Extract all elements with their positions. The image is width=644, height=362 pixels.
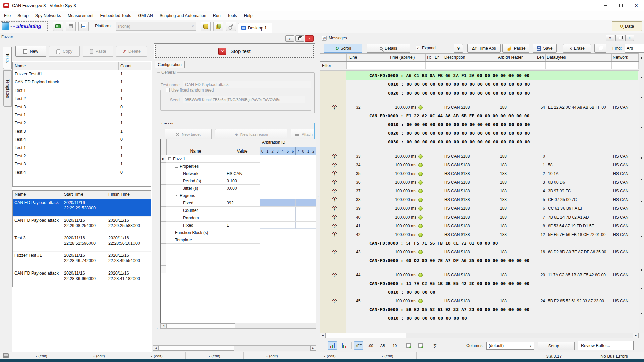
arb-bit-cell[interactable]	[270, 214, 275, 221]
bookmark-dot[interactable]	[641, 157, 642, 159]
stop-test-button[interactable]: × Stop test	[154, 43, 315, 59]
arb-bit-cell[interactable]	[306, 199, 311, 206]
database-compare-button[interactable]	[213, 22, 223, 31]
database-button[interactable]	[201, 22, 211, 31]
arb-bit-cell[interactable]	[275, 214, 280, 221]
menu-item-embedded-tools[interactable]: Embedded Tools	[97, 11, 135, 20]
arb-bit-cell[interactable]	[260, 222, 265, 229]
details-button[interactable]: Details	[367, 44, 410, 53]
scroll-right-icon[interactable]: ►	[633, 333, 639, 338]
splitter-collapse-icon[interactable]: ›	[317, 194, 318, 199]
hex-dump-row[interactable]: 0010 : 00 00 00 00 00 00 00 00 00 00 00 …	[320, 120, 639, 129]
column-divider[interactable]	[545, 54, 546, 61]
test-list-row[interactable]: Test 11	[13, 144, 151, 152]
messages-restore-button[interactable]	[615, 35, 624, 41]
message-row[interactable]: ?40100.000 msHS CAN $18818877B 6E 14 7D …	[320, 213, 639, 222]
message-row[interactable]: ?36100.000 msHS CAN $18818830B 00 D6HS C…	[320, 178, 639, 187]
message-row[interactable]: ?39100.000 msHS CAN $1881886CC 61 36 B9 …	[320, 204, 639, 213]
bookmark-dot[interactable]	[641, 57, 642, 59]
column-line[interactable]: Line	[349, 55, 357, 60]
arb-bit-cell[interactable]	[270, 199, 275, 206]
arb-bit-cell[interactable]	[260, 214, 265, 221]
column-len[interactable]: Len	[537, 55, 544, 60]
arb-bit-cell[interactable]	[265, 207, 270, 214]
message-row[interactable]: ?32100.000 msHS CAN $18818864E1 22 A2 0C…	[320, 103, 639, 112]
columns-select[interactable]: (default)∨	[486, 342, 534, 350]
new-target-button[interactable]: New target	[165, 129, 212, 140]
fuzz-grid-row[interactable]: Period (s)0.100	[161, 177, 316, 185]
message-row[interactable]: ?44100.000 msHS CAN $1881882011 7A C2 A5…	[320, 270, 639, 279]
grid-column-value[interactable]: Value	[225, 147, 260, 155]
test-list-row[interactable]: Test 11	[13, 111, 151, 119]
hex-dump-row[interactable]: 0020 : 00 00 00 00 00 00 00 00 00 00 00 …	[320, 89, 639, 98]
run-mode-icon[interactable]	[2, 22, 9, 30]
message-row[interactable]: ?37100.000 msHS CAN $18818843B 97 99 FCH…	[320, 187, 639, 195]
column-divider[interactable]	[63, 191, 63, 199]
fuzzer-restore-button[interactable]	[295, 35, 304, 42]
hex-display-button[interactable]: xFF	[354, 341, 363, 350]
test-name-field[interactable]: CAN FD Payload attack	[183, 81, 311, 88]
interpret-a-button[interactable]	[404, 341, 413, 350]
menu-item-measurement[interactable]: Measurement	[64, 11, 97, 20]
interpret-b-button[interactable]	[416, 341, 425, 350]
message-row[interactable]: ?43100.000 msHS CAN $1881881668 D2 8D A0…	[320, 248, 639, 256]
test-list-row[interactable]: Test 30	[13, 103, 151, 111]
arb-bit-cell[interactable]	[311, 222, 316, 229]
arb-bit-cell[interactable]	[260, 207, 265, 214]
attach-function-blocks-button[interactable]: Attach Function Block(s)	[291, 129, 315, 140]
bookmark-dot[interactable]	[641, 269, 642, 271]
fuzz-grid-row[interactable]: Jitter (s)0.000	[161, 185, 316, 192]
menu-item-gmlan[interactable]: GMLAN	[135, 11, 156, 20]
hex-dump-row[interactable]: CAN-FD:0000 : E1 22 A2 0C 44 A8 AB 6B FF…	[320, 112, 639, 120]
arb-bit-cell[interactable]	[270, 207, 275, 214]
copy-window-button[interactable]	[594, 44, 606, 53]
arb-bit-cell[interactable]	[290, 222, 296, 229]
grid-column-name[interactable]: Name	[166, 147, 225, 155]
test-list-row[interactable]: Test 40	[13, 136, 151, 144]
test-run-row[interactable]: CAN FD Payload attack2020/11/1622:29:29:…	[13, 199, 151, 217]
save-button[interactable]: Save	[533, 44, 557, 53]
message-row[interactable]: ?41100.000 msHS CAN $18818888F 53 64 A7 …	[320, 222, 639, 230]
test-run-row[interactable]: CAN FD Payload attack2020/11/1622:28:36:…	[13, 269, 151, 287]
test-list-row[interactable]: Test 21	[13, 119, 151, 127]
messages-right-scrollbar[interactable]	[639, 53, 644, 333]
setup-button[interactable]: Setup ...	[538, 342, 575, 350]
use-fixed-seed-checkbox[interactable]: Use fixed random seed	[165, 88, 215, 93]
arb-bit-cell[interactable]	[280, 222, 285, 229]
menu-item-scripting-and-automation[interactable]: Scripting and Automation	[156, 11, 210, 20]
tab-configuration[interactable]: Configuration	[155, 61, 185, 68]
arb-bit-cell[interactable]	[275, 207, 280, 214]
column-divider[interactable]	[118, 62, 119, 70]
column-divider[interactable]	[425, 54, 426, 61]
bookmark-dot[interactable]	[641, 288, 642, 289]
tab-tests[interactable]: Tests	[3, 47, 12, 69]
message-row[interactable]: ?35100.000 msHS CAN $188188210 1AHS CAN	[320, 169, 639, 178]
message-row[interactable]: ?45100.000 msHS CAN $188188245B E2 85 52…	[320, 297, 639, 305]
bookmark-dot[interactable]	[641, 77, 642, 78]
fuzz-grid-row[interactable]: NetworkHS CAN	[161, 170, 316, 177]
column-start-time[interactable]: Start Time	[64, 192, 83, 197]
scrollbar-thumb[interactable]	[159, 346, 234, 351]
hex-dump-row[interactable]: 0030 : 00 00 00 00 00 00 00 00 00 00 00 …	[320, 138, 639, 146]
arb-bit-cell[interactable]	[296, 207, 301, 214]
bookmark-dot[interactable]	[641, 313, 642, 314]
arb-bit-cell[interactable]	[290, 199, 296, 206]
arb-bit-cell[interactable]	[311, 214, 316, 221]
fuzz-grid-row[interactable]: Random	[161, 214, 316, 222]
message-row[interactable]: ?42100.000 msHS CAN $188188125F F5 7E 56…	[320, 230, 639, 239]
test-list-row[interactable]: Test 21	[13, 95, 151, 103]
test-list-row[interactable]: Test 40	[13, 169, 151, 177]
message-row[interactable]: ?33100.000 msHS CAN $1881880HS CAN	[320, 152, 639, 161]
column-arbid-header[interactable]: ArbId/Header	[498, 55, 523, 60]
fuzz-grid-row[interactable]: Fixed392	[161, 199, 316, 207]
hex-dump-row[interactable]: CAN-FD:0000 : 5B E2 85 52 61 92 33 A7 23…	[320, 305, 639, 314]
column-divider[interactable]	[434, 54, 434, 61]
column-divider[interactable]	[611, 54, 612, 61]
column-divider[interactable]	[443, 54, 443, 61]
arb-bit-cell[interactable]	[290, 207, 296, 214]
column-time-abs-rel-[interactable]: Time (abs/rel)	[389, 55, 415, 60]
fuzz-grid-row[interactable]: Function Block (s)	[161, 229, 316, 236]
tools-button[interactable]	[226, 22, 236, 31]
hex-dump-row[interactable]: CAN-FD:0000 : A6 C1 B3 0A FB 66 2A F1 8A…	[320, 71, 639, 80]
new-fuzz-region-button[interactable]: ∿New fuzz region	[215, 129, 287, 140]
